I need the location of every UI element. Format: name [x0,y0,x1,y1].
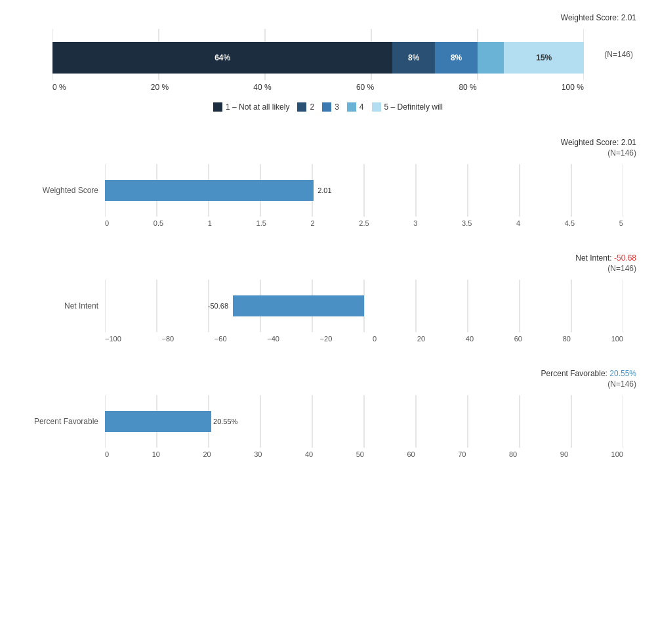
chart3-section: Net Intent: -50.68 (N=146) Net Intent - [20,253,636,343]
chart4-n-label: (N=146) [20,379,636,389]
chart1-n-label: (N=146) [604,50,633,59]
legend-item-5: 5 – Definitely will [372,102,443,112]
legend-box-1 [213,102,222,112]
chart3-bar-label: -50.68 [208,302,228,310]
legend-box-4 [347,102,356,112]
chart3-score-label: Net Intent: -50.68 [20,253,636,263]
legend-box-5 [372,102,381,112]
chart2-n-label: (N=146) [20,148,636,158]
chart2-chart-area: Weighted Score 2.01 [20,164,636,217]
chart4-bar-label: 20.55% [213,418,237,425]
segment-1: 64% [52,42,392,74]
chart4-pf-value: 20.55% [609,369,636,378]
legend-box-3 [322,102,331,112]
chart4-bar: 20.55% [105,411,211,432]
legend-item-1: 1 – Not at all likely [213,102,289,112]
chart4-chart-area: Percent Favorable 20.55% [20,395,636,448]
chart4-x-axis: 0 10 20 30 40 50 60 70 80 90 100 [105,450,623,458]
chart3-plot: -50.68 [105,280,623,332]
chart3-ni-value: -50.68 [614,253,636,263]
legend-box-2 [297,102,306,112]
chart2-ws-value: 2.01 [621,138,636,147]
chart1-x-axis: 0 % 20 % 40 % 60 % 80 % 100 % [52,83,584,92]
chart4-pf-label: Percent Favorable: [541,369,607,378]
chart2-bar: 2.01 [105,180,314,201]
chart2-x-axis: 0 0.5 1 1.5 2 2.5 3 3.5 4 4.5 5 [105,219,623,227]
legend-item-3: 3 [322,102,339,112]
chart4-y-label: Percent Favorable [20,417,105,426]
chart3-x-axis: −100 −80 −60 −40 −20 0 20 40 60 80 100 [105,335,623,343]
chart3-n-label: (N=146) [20,264,636,273]
chart3-chart-area: Net Intent -50.68 [20,280,636,332]
chart4-score-label: Percent Favorable: 20.55% [20,369,636,378]
chart1-score-label: Weighted Score: 2.01 [20,13,636,22]
chart2-score-label: Weighted Score: 2.01 [20,138,636,147]
chart3-bar: -50.68 [233,295,364,316]
segment-5: 15% [504,42,584,74]
segment-3: 8% [435,42,478,74]
chart2-ws-label: Weighted Score: [561,138,619,147]
chart3-gridlines [105,280,623,332]
chart1-ws-value: 2.01 [621,13,636,22]
chart4-plot: 20.55% [105,395,623,448]
chart2-y-label: Weighted Score [20,186,105,195]
chart2-bar-label: 2.01 [318,186,331,194]
chart4-section: Percent Favorable: 20.55% (N=146) Percen… [20,369,636,458]
chart2-plot: 2.01 [105,164,623,217]
chart1-ws-label: Weighted Score: [561,13,619,22]
chart3-ni-label: Net Intent: [575,253,611,263]
segment-2: 8% [392,42,435,74]
legend-item-2: 2 [297,102,314,112]
chart1-legend: 1 – Not at all likely 2 3 4 5 – Definite… [20,102,636,112]
legend-item-4: 4 [347,102,364,112]
chart3-y-label: Net Intent [20,301,105,311]
chart1-section: Weighted Score: 2.01 64% 8% 8% 15% (N=14… [20,13,636,112]
stacked-bar: 64% 8% 8% 15% [52,42,584,74]
segment-4 [478,42,504,74]
chart2-section: Weighted Score: 2.01 (N=146) Weighted Sc… [20,138,636,227]
